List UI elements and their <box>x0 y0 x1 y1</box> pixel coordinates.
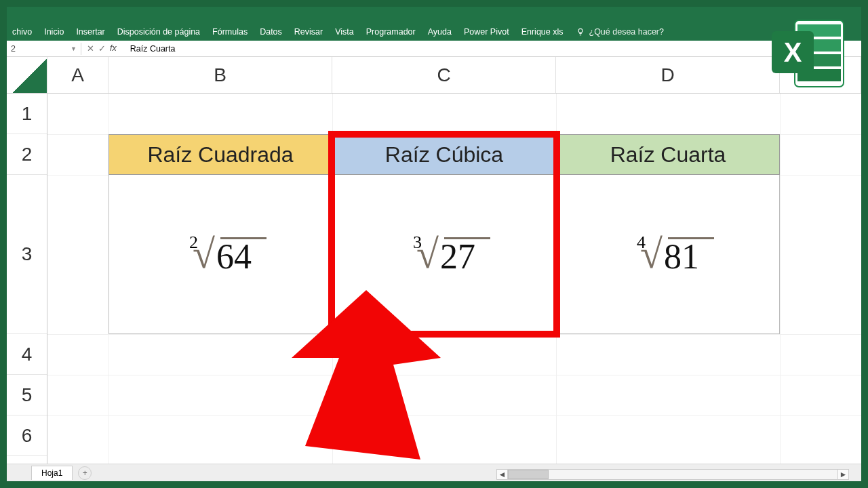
add-sheet-button[interactable]: + <box>78 466 92 480</box>
ribbon-tab-programador[interactable]: Programador <box>366 27 416 37</box>
cell-b3-root[interactable]: 2 √ 64 <box>108 175 332 334</box>
ribbon-tabs: chivo Inicio Insertar Disposición de pág… <box>7 7 861 41</box>
enter-formula-button[interactable]: ✓ <box>98 43 106 54</box>
scroll-right-button[interactable]: ► <box>837 470 848 479</box>
cell-b2-header[interactable]: Raíz Cuadrada <box>108 134 332 175</box>
row-header-3[interactable]: 3 <box>7 175 47 334</box>
square-root-icon: 2 √ 64 <box>189 234 252 274</box>
horizontal-scrollbar[interactable]: ◄ ► <box>496 469 849 480</box>
tell-me-label: ¿Qué desea hacer? <box>589 27 665 37</box>
name-box-dropdown-icon[interactable]: ▼ <box>71 45 77 52</box>
column-header-a[interactable]: A <box>47 57 108 93</box>
row-header-4[interactable]: 4 <box>7 334 47 375</box>
name-box-value: 2 <box>11 44 16 54</box>
cell-c2-header[interactable]: Raíz Cúbica <box>332 134 556 175</box>
formula-input[interactable] <box>126 43 861 55</box>
row-header-2[interactable]: 2 <box>7 134 47 175</box>
fourth-root-icon: 4 √ 81 <box>637 234 699 274</box>
root-degree: 4 <box>637 234 646 251</box>
ribbon-tab-ayuda[interactable]: Ayuda <box>428 27 452 37</box>
cancel-formula-button[interactable]: ✕ <box>87 43 94 54</box>
root-radicand: 64 <box>215 237 252 274</box>
ribbon-tab-disposicion[interactable]: Disposición de página <box>117 27 200 37</box>
name-box[interactable]: 2 ▼ <box>7 43 81 55</box>
select-all-triangle[interactable] <box>7 57 47 93</box>
cube-root-icon: 3 √ 27 <box>413 234 475 274</box>
row-header-5[interactable]: 5 <box>7 375 47 415</box>
ribbon-tab-powerpivot[interactable]: Power Pivot <box>464 27 509 37</box>
svg-text:X: X <box>784 37 802 67</box>
row-headers: 1 2 3 4 5 6 <box>7 94 47 464</box>
column-header-d[interactable]: D <box>556 57 780 93</box>
ribbon-tab-insertar[interactable]: Insertar <box>76 27 104 37</box>
cell-d2-header[interactable]: Raíz Cuarta <box>556 134 780 175</box>
scroll-left-button[interactable]: ◄ <box>497 470 508 479</box>
sheet-tab-hoja1[interactable]: Hoja1 <box>31 466 73 480</box>
root-degree: 2 <box>189 234 198 251</box>
row-header-1[interactable]: 1 <box>7 94 47 134</box>
column-headers: A B C D <box>7 57 861 94</box>
column-header-b[interactable]: B <box>108 57 332 93</box>
ribbon-tab-enrique[interactable]: Enrique xls <box>521 27 564 37</box>
scroll-thumb[interactable] <box>508 470 549 479</box>
svg-point-0 <box>578 28 583 33</box>
root-radicand: 27 <box>439 237 475 274</box>
ribbon-tab-inicio[interactable]: Inicio <box>44 27 64 37</box>
ribbon-tab-revisar[interactable]: Revisar <box>294 27 323 37</box>
excel-logo-icon: X <box>768 16 849 91</box>
root-degree: 3 <box>413 234 422 251</box>
formula-bar: 2 ▼ ✕ ✓ fx <box>7 41 861 57</box>
insert-function-button[interactable]: fx <box>110 43 121 54</box>
cells-grid[interactable]: Raíz Cuadrada Raíz Cúbica Raíz Cuarta 2 … <box>47 94 861 464</box>
tell-me-search[interactable]: ¿Qué desea hacer? <box>576 27 665 37</box>
ribbon-tab-vista[interactable]: Vista <box>335 27 354 37</box>
ribbon-tab-archivo[interactable]: chivo <box>12 27 32 37</box>
root-radicand: 81 <box>663 237 699 274</box>
cell-c3-root[interactable]: 3 √ 27 <box>332 175 556 334</box>
sheet-tab-bar: Hoja1 + ◄ ► <box>7 464 861 481</box>
ribbon-tab-formulas[interactable]: Fórmulas <box>212 27 248 37</box>
cell-d3-root[interactable]: 4 √ 81 <box>556 175 780 334</box>
ribbon-tab-datos[interactable]: Datos <box>260 27 282 37</box>
column-header-c[interactable]: C <box>332 57 556 93</box>
lightbulb-icon <box>576 27 585 37</box>
row-header-6[interactable]: 6 <box>7 415 47 456</box>
